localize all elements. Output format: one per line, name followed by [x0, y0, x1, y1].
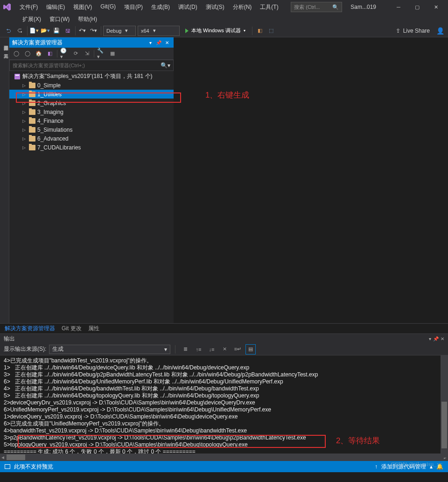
console-line: 4>bandwidthTest_vs2019.vcxproj -> D:\Too…: [4, 427, 444, 434]
tree-folder-row[interactable]: ▷3_Imaging: [9, 107, 174, 116]
out-toggle-icon[interactable]: ▤: [245, 344, 256, 354]
console-line: 6> 正在创建库 ../../bin/win64/Debug/UnifiedMe…: [4, 378, 444, 385]
config-combo[interactable]: Debug▾: [103, 26, 136, 36]
title-search-placeholder: 搜索 (Ctrl...: [294, 4, 320, 11]
menu-item[interactable]: 视图(V): [70, 1, 96, 13]
save-button[interactable]: 💾: [52, 26, 61, 35]
toolbox-tab[interactable]: 工具箱: [0, 49, 9, 52]
toolbar-icon-2[interactable]: ⬚: [266, 26, 276, 35]
panel-tab[interactable]: 解决方案资源管理器: [5, 325, 55, 333]
solution-tree[interactable]: 解决方案"Samples_vs2019"(181 个项目，共 181 个) ▷0…: [9, 71, 174, 323]
sol-wrench-icon[interactable]: 🔧▾: [97, 50, 105, 58]
solution-explorer-panel: 解决方案资源管理器 ▾ 📌 ✕ ◯ ◯ 🏠 ◧ 🕓▾ ⟳ ⇲ 🔧▾ ▦ 🔍▾: [9, 37, 174, 323]
folder-label: 4_Finance: [37, 118, 63, 124]
close-button[interactable]: ✕: [427, 0, 445, 14]
menu-item[interactable]: 帮助(H): [74, 14, 101, 24]
output-source-label: 显示输出来源(S):: [4, 345, 46, 353]
menu-item[interactable]: 工具(T): [256, 1, 282, 13]
menu-item[interactable]: 窗口(W): [46, 14, 73, 24]
sol-fwd-icon[interactable]: ◯: [23, 50, 32, 58]
out-clear-icon[interactable]: ⨯: [219, 344, 230, 354]
menu-item[interactable]: 编辑(E): [42, 1, 69, 13]
redo-button[interactable]: ↷▾: [89, 26, 98, 35]
menu-item[interactable]: 调试(D): [175, 1, 201, 13]
annotation-text-1: 1、右键生成: [205, 90, 249, 100]
menu-item[interactable]: 测试(S): [202, 1, 228, 13]
console-line: 6>UnifiedMemoryPerf_vs2019.vcxproj -> D:…: [4, 406, 444, 413]
tree-folder-row[interactable]: ▷7_CUDALibraries: [9, 143, 174, 152]
maximize-button[interactable]: ▢: [408, 0, 427, 14]
solution-root-label: 解决方案"Samples_vs2019"(181 个项目，共 181 个): [22, 72, 153, 80]
sol-back-icon[interactable]: ◯: [12, 50, 21, 58]
tree-folder-row[interactable]: ▷5_Simulations: [9, 125, 174, 134]
solution-root-row[interactable]: 解决方案"Samples_vs2019"(181 个项目，共 181 个): [9, 72, 174, 81]
nav-back-button[interactable]: ⮌: [4, 26, 13, 35]
sol-collapse-icon[interactable]: ⇲: [83, 50, 91, 58]
output-source-value: 生成: [52, 345, 63, 353]
panel-tabs: 解决方案资源管理器Git 更改属性: [0, 323, 448, 333]
panel-pin-icon[interactable]: 📌: [433, 336, 439, 341]
open-button[interactable]: 📂▾: [41, 26, 50, 35]
solution-search[interactable]: 🔍▾: [9, 60, 174, 71]
tree-folder-row[interactable]: ▷4_Finance: [9, 116, 174, 125]
account-icon[interactable]: 👤: [436, 27, 444, 35]
sol-refresh-icon[interactable]: 🕓▾: [60, 50, 69, 58]
panel-close-icon[interactable]: ✕: [163, 40, 171, 45]
main-menu: 文件(F)编辑(E)视图(V)Git(G)项目(P)生成(B)调试(D)测试(S…: [16, 1, 291, 13]
panel-close-icon[interactable]: ✕: [441, 336, 444, 341]
platform-combo[interactable]: x64▾: [138, 26, 180, 36]
undo-button[interactable]: ↶▾: [77, 26, 87, 35]
toolbar-icon-1[interactable]: ◧: [255, 26, 265, 35]
panel-tab[interactable]: 属性: [88, 325, 99, 333]
panel-tab[interactable]: Git 更改: [62, 325, 82, 333]
svg-rect-0: [14, 74, 20, 79]
menu-item[interactable]: 生成(B): [147, 1, 174, 13]
out-next-icon[interactable]: ↓≡: [206, 344, 217, 354]
panel-pin-icon[interactable]: 📌: [155, 40, 162, 45]
sol-home-icon[interactable]: 🏠: [35, 50, 43, 58]
minimize-button[interactable]: ─: [389, 0, 408, 14]
nav-forward-button[interactable]: ⮎: [15, 26, 24, 35]
out-goto-icon[interactable]: ≣: [180, 344, 190, 354]
save-all-button[interactable]: 🖫: [63, 26, 72, 35]
server-explorer-tab[interactable]: 服务器资源管理器: [0, 40, 9, 44]
panel-dropdown-icon[interactable]: ▾: [147, 40, 154, 45]
menu-item[interactable]: 扩展(X): [19, 14, 45, 24]
sol-switch-icon[interactable]: ◧: [46, 50, 54, 58]
folder-icon: [29, 92, 35, 97]
menu-item[interactable]: 分析(N): [229, 1, 256, 13]
start-debug-button[interactable]: 本地 Windows 调试器 ▾: [182, 26, 249, 36]
live-share-label: Live Share: [403, 28, 430, 34]
sol-props-icon[interactable]: ▦: [108, 50, 117, 58]
output-toolbar: 显示输出来源(S): 生成▾ ≣ ↑≡ ↓≡ ⨯ ≡↵ ▤: [0, 343, 448, 355]
annotation-text-2: 2、等待结果: [336, 435, 380, 446]
vertical-scrollbar[interactable]: [441, 355, 448, 458]
new-item-button[interactable]: 📄▾: [29, 26, 39, 35]
output-console[interactable]: 4>已完成生成项目"bandwidthTest_vs2019.vcxproj"的…: [0, 355, 448, 454]
menu-item[interactable]: Git(G): [97, 1, 119, 13]
panel-dropdown-icon[interactable]: ▾: [429, 336, 431, 341]
menu-item[interactable]: 文件(F): [16, 1, 42, 13]
tree-folder-row[interactable]: ▷2_Graphics: [9, 99, 174, 107]
solution-search-input[interactable]: [13, 63, 161, 68]
title-search[interactable]: 搜索 (Ctrl... 🔍: [291, 2, 342, 12]
main-menu-row2: 扩展(X)窗口(W)帮助(H): [0, 14, 448, 24]
share-icon: ⇪: [396, 28, 400, 34]
output-source-combo[interactable]: 生成▾: [49, 345, 170, 354]
horizontal-scrollbar[interactable]: ◂ ▸: [0, 454, 448, 461]
left-gutter: 服务器资源管理器 工具箱: [0, 37, 9, 323]
out-prev-icon[interactable]: ↑≡: [193, 344, 203, 354]
live-share-button[interactable]: ⇪ Live Share: [396, 28, 430, 34]
console-line: 5> 正在创建库 ../../bin/win64/Debug/topologyQ…: [4, 392, 444, 399]
play-icon: [185, 28, 189, 33]
output-title: 输出: [4, 335, 15, 343]
chevron-right-icon: ▷: [22, 83, 27, 88]
tree-folder-row[interactable]: ▷0_Simple: [9, 81, 174, 90]
tree-folder-row[interactable]: ▷1_Utilities: [9, 90, 174, 99]
sol-sync-icon[interactable]: ⟳: [71, 50, 80, 58]
main-toolbar: ⮌ ⮎ 📄▾ 📂▾ 💾 🖫 ↶▾ ↷▾ Debug▾ x64▾ 本地 Windo…: [0, 24, 448, 37]
status-square-icon: [5, 464, 10, 469]
out-wrap-icon[interactable]: ≡↵: [232, 344, 243, 354]
tree-folder-row[interactable]: ▷6_Advanced: [9, 134, 174, 143]
menu-item[interactable]: 项目(P): [120, 1, 147, 13]
